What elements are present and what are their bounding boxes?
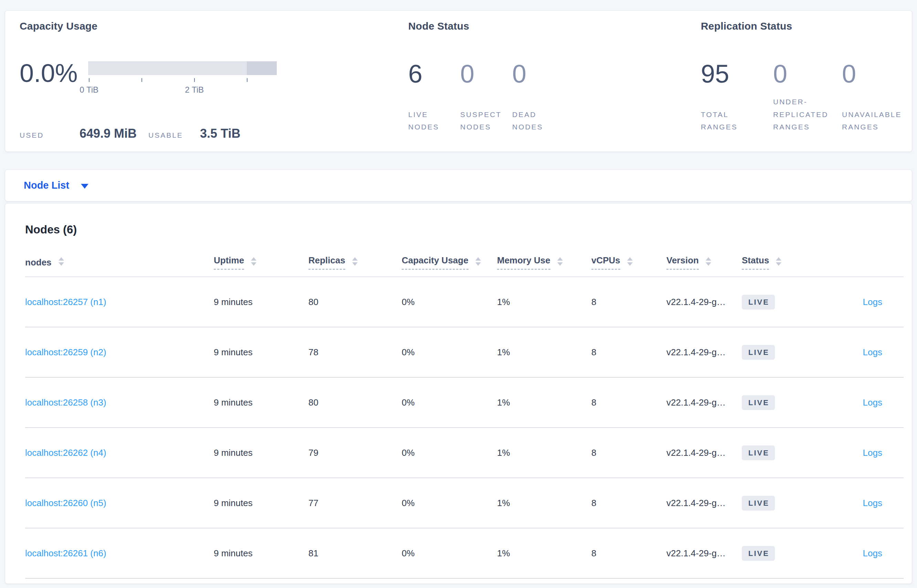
replication-status-values: 95 0 0 — [701, 61, 917, 87]
column-header-label: vCPUs — [591, 255, 620, 270]
column-header[interactable]: vCPUs — [591, 255, 667, 270]
node-link[interactable]: localhost:26259 (n2) — [25, 347, 107, 357]
logs-link[interactable]: Logs — [863, 347, 882, 357]
node-link[interactable]: localhost:26257 (n1) — [25, 297, 107, 307]
status-badge: LIVE — [742, 345, 775, 360]
capacity-usage-cell: 0% — [402, 548, 497, 559]
column-header[interactable]: Capacity Usage — [402, 255, 497, 270]
sort-icon — [475, 257, 481, 266]
node-link[interactable]: localhost:26261 (n6) — [25, 548, 107, 558]
vcpus-cell: 8 — [591, 297, 667, 307]
unavailable-ranges-label: UNAVAILABLE RANGES — [842, 108, 903, 134]
version-cell: v22.1.4-29-g… — [667, 548, 742, 559]
capacity-usage-cell: 0% — [402, 347, 497, 358]
logs-link[interactable]: Logs — [863, 447, 882, 458]
sort-up-arrow-icon — [58, 257, 64, 261]
status-badge: LIVE — [742, 496, 775, 510]
column-header[interactable]: Version — [667, 255, 742, 270]
nodes-heading: Nodes (6) — [25, 223, 904, 236]
total-ranges-label: TOTAL RANGES — [701, 108, 762, 134]
column-header[interactable]: Replicas — [308, 255, 402, 270]
sort-down-arrow-icon — [706, 262, 711, 266]
sort-up-arrow-icon — [251, 257, 257, 261]
capacity-usage-section: Capacity Usage 0.0% 0 TiB 2 TiB — [19, 11, 398, 152]
axis-tick-label: 2 TiB — [185, 85, 204, 95]
memory-use-cell: 1% — [497, 548, 591, 559]
uptime-cell: 9 minutes — [214, 297, 308, 307]
total-ranges-count: 95 — [701, 61, 773, 87]
node-list-dropdown-label: Node List — [24, 180, 69, 191]
column-header[interactable]: Status — [742, 255, 820, 270]
replicas-cell: 80 — [308, 297, 402, 307]
axis-tick — [247, 78, 247, 82]
view-selector-card: Node List — [5, 170, 912, 201]
node-link[interactable]: localhost:26258 (n3) — [25, 397, 107, 408]
used-label: USED — [19, 131, 79, 139]
sort-up-arrow-icon — [475, 257, 481, 261]
uptime-cell: 9 minutes — [214, 347, 308, 358]
uptime-cell: 9 minutes — [214, 498, 308, 509]
axis-tick — [89, 78, 89, 82]
cluster-summary-card: Capacity Usage 0.0% 0 TiB 2 TiB — [5, 10, 912, 152]
node-row: localhost:26258 (n3) 9 minutes 80 0% 1% … — [25, 378, 904, 428]
sort-icon — [627, 257, 633, 266]
replicas-cell: 81 — [308, 548, 402, 559]
sort-down-arrow-icon — [352, 262, 358, 266]
sort-down-arrow-icon — [776, 262, 781, 266]
replication-status-title: Replication Status — [701, 20, 792, 32]
sort-down-arrow-icon — [627, 262, 633, 266]
node-list-dropdown[interactable]: Node List — [24, 180, 89, 191]
logs-link[interactable]: Logs — [863, 297, 882, 307]
capacity-bar-axis: 0 TiB 2 TiB — [88, 78, 277, 92]
capacity-usage-cell: 0% — [402, 447, 497, 458]
version-cell: v22.1.4-29-g… — [667, 498, 742, 509]
sort-icon — [776, 257, 781, 266]
sort-up-arrow-icon — [557, 257, 563, 261]
version-cell: v22.1.4-29-g… — [667, 397, 742, 408]
node-link[interactable]: localhost:26260 (n5) — [25, 498, 107, 508]
uptime-cell: 9 minutes — [214, 447, 308, 458]
status-badge: LIVE — [742, 546, 775, 561]
node-link[interactable]: localhost:26262 (n4) — [25, 447, 107, 458]
column-header-label: Status — [742, 255, 769, 270]
logs-link[interactable]: Logs — [863, 498, 882, 508]
node-status-section: Node Status 6 0 0 LIVE NODES SUSPECT NOD… — [408, 11, 691, 152]
vcpus-cell: 8 — [591, 447, 667, 458]
unavailable-ranges-count: 0 — [842, 61, 917, 87]
sort-icon — [706, 257, 711, 266]
axis-tick — [194, 78, 195, 82]
column-header[interactable]: Memory Use — [497, 255, 591, 270]
logs-link[interactable]: Logs — [863, 397, 882, 408]
sort-up-arrow-icon — [706, 257, 711, 261]
column-header[interactable]: Uptime — [214, 255, 308, 270]
sort-down-arrow-icon — [251, 262, 257, 266]
db-console-overview-page: Capacity Usage 0.0% 0 TiB 2 TiB — [0, 0, 917, 588]
capacity-bar-other-segment — [247, 61, 277, 75]
column-header-label: Memory Use — [497, 255, 551, 270]
axis-tick-label: 0 TiB — [79, 85, 98, 95]
column-header[interactable]: nodes — [25, 257, 214, 268]
sort-up-arrow-icon — [627, 257, 633, 261]
logs-link[interactable]: Logs — [863, 548, 882, 558]
sort-up-arrow-icon — [352, 257, 358, 261]
vcpus-cell: 8 — [591, 548, 667, 559]
vcpus-cell: 8 — [591, 397, 667, 408]
nodes-table-header: nodes Uptime Replicas — [25, 255, 904, 277]
memory-use-cell: 1% — [497, 447, 591, 458]
status-badge: LIVE — [742, 395, 775, 410]
column-header-label: nodes — [25, 257, 52, 268]
axis-tick — [142, 78, 142, 82]
memory-use-cell: 1% — [497, 297, 591, 307]
column-header-label: Version — [667, 255, 699, 270]
memory-use-cell: 1% — [497, 347, 591, 358]
status-badge: LIVE — [742, 446, 775, 460]
status-badge: LIVE — [742, 295, 775, 310]
node-row: localhost:26261 (n6) 9 minutes 81 0% 1% … — [25, 528, 904, 579]
vcpus-cell: 8 — [591, 498, 667, 509]
column-header[interactable] — [820, 261, 904, 264]
dead-nodes-label: DEAD NODES — [512, 108, 554, 134]
capacity-used-percent: 0.0% — [19, 61, 78, 86]
sort-down-arrow-icon — [557, 262, 563, 266]
node-row: localhost:26257 (n1) 9 minutes 80 0% 1% … — [25, 277, 904, 327]
node-status-values: 6 0 0 — [408, 61, 564, 87]
